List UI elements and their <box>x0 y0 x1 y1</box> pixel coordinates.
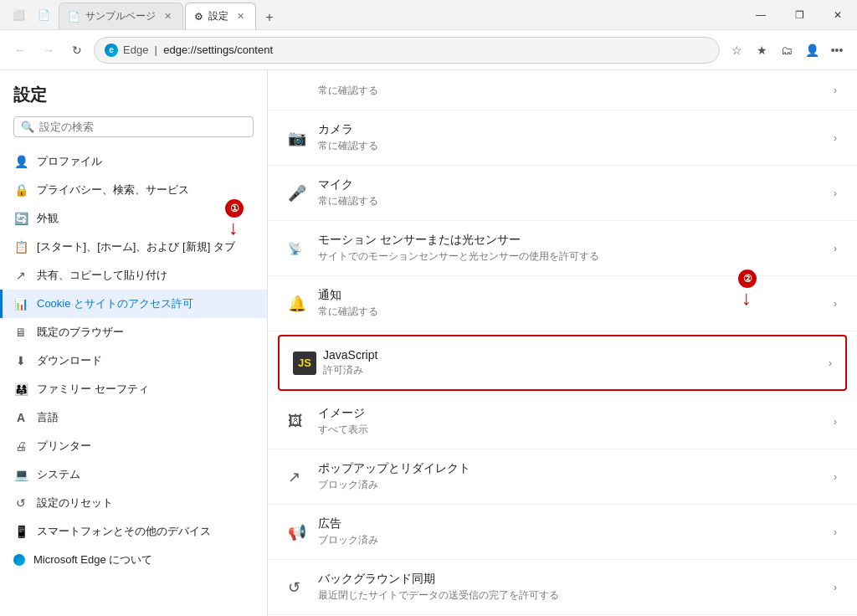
settings-item-motion-title: モーション センサーまたは光センサー <box>318 233 834 248</box>
settings-item-popups-text: ポップアップとリダイレクト ブロック済み <box>318 461 834 492</box>
sidebar-item-family[interactable]: 👨‍👩‍👧 ファミリー セーフティ <box>0 375 267 403</box>
printer-icon: 🖨 <box>13 439 28 453</box>
sidebar-item-about[interactable]: Microsoft Edge について <box>0 546 267 574</box>
popups-icon: ↗ <box>288 468 318 486</box>
settings-item-javascript-text: JavaScript 許可済み <box>323 348 829 377</box>
sidebar-item-label: プロファイル <box>37 154 102 169</box>
address-url: edge://settings/content <box>163 44 273 56</box>
sidebar-item-printer[interactable]: 🖨 プリンター <box>0 432 267 460</box>
settings-item-subtitle: 常に確認する <box>318 84 834 98</box>
search-icon: 🔍 <box>21 121 34 133</box>
sidebar-item-language[interactable]: A 言語 <box>0 403 267 432</box>
sidebar-item-profile[interactable]: 👤 プロファイル <box>0 147 267 176</box>
window-icon[interactable]: ⬜ <box>7 3 30 27</box>
sidebar-item-label: ダウンロード <box>37 353 102 368</box>
reload-button[interactable]: ↻ <box>65 38 89 62</box>
favorites-icon2[interactable]: ★ <box>750 38 773 62</box>
menu-icon[interactable]: ••• <box>825 38 849 62</box>
minimize-button[interactable]: — <box>742 0 780 30</box>
tabs-area: 📄 サンプルページ ✕ ⚙ 設定 ✕ + <box>55 0 742 29</box>
sidebar-item-mobile[interactable]: 📱 スマートフォンとその他のデバイス <box>0 517 267 546</box>
startup-icon: 📋 <box>13 240 28 254</box>
back-button[interactable]: ← <box>8 38 32 62</box>
images-icon: 🖼 <box>288 413 318 430</box>
chevron-right-icon: › <box>834 416 837 428</box>
settings-item-popups[interactable]: ↗ ポップアップとリダイレクト ブロック済み › <box>268 449 857 505</box>
titlebar-left: ⬜ 📄 <box>0 3 55 27</box>
sidebar-item-label: ファミリー セーフティ <box>37 382 149 397</box>
settings-item-camera[interactable]: 📷 カメラ 常に確認する › <box>268 110 857 166</box>
settings-item-bg-sync-text: バックグラウンド同期 最近閉じたサイトでデータの送受信の完了を許可する <box>318 572 834 603</box>
tab-sample-label: サンプルページ <box>85 9 156 23</box>
sidebar-item-privacy[interactable]: 🔒 プライバシー、検索、サービス <box>0 176 267 204</box>
settings-item-ads-title: 広告 <box>318 516 834 531</box>
sidebar-item-reset[interactable]: ↺ 設定のリセット <box>0 489 267 517</box>
notifications-icon: 🔔 <box>288 295 318 313</box>
camera-icon: 📷 <box>288 129 318 147</box>
settings-item-notifications-subtitle: 常に確認する <box>318 305 834 319</box>
mobile-icon: 📱 <box>13 525 28 538</box>
appearance-icon: 🔄 <box>13 212 28 225</box>
annotation-arrow-1: ↓ <box>228 216 239 239</box>
chevron-right-icon: › <box>834 243 837 254</box>
family-icon: 👨‍👩‍👧 <box>13 382 28 396</box>
tab-settings[interactable]: ⚙ 設定 ✕ <box>185 3 256 29</box>
settings-item-top[interactable]: 常に確認する › <box>268 70 857 110</box>
chevron-right-icon: › <box>834 526 837 538</box>
settings-item-images[interactable]: 🖼 イメージ すべて表示 › <box>268 394 857 449</box>
settings-item-mic-title: マイク <box>318 177 834 192</box>
tab-settings-icon: ⚙ <box>194 11 203 23</box>
downloads-icon: ⬇ <box>13 354 28 367</box>
sidebar-item-label: 言語 <box>37 410 59 425</box>
language-icon: A <box>13 411 28 424</box>
sidebar-item-label: [スタート]、[ホーム]、および [新規] タブ <box>37 239 235 254</box>
search-input[interactable] <box>39 121 246 133</box>
titlebar: ⬜ 📄 📄 サンプルページ ✕ ⚙ 設定 ✕ + — ❐ ✕ <box>0 0 857 30</box>
sidebar-item-startup[interactable]: 📋 [スタート]、[ホーム]、および [新規] タブ <box>0 233 267 261</box>
sidebar-item-label: プリンター <box>37 439 91 454</box>
file-icon: 📄 <box>32 3 55 27</box>
ads-icon: 📢 <box>288 523 318 542</box>
sidebar-item-default-browser[interactable]: 🖥 既定のブラウザー <box>0 318 267 346</box>
sidebar-item-system[interactable]: 💻 システム <box>0 460 267 489</box>
address-bar[interactable]: e Edge | edge://settings/content <box>94 37 720 64</box>
tab-settings-close[interactable]: ✕ <box>233 10 247 23</box>
content-area: 常に確認する › 📷 カメラ 常に確認する › 🎤 マイク 常に確認する <box>268 70 857 616</box>
settings-item-camera-subtitle: 常に確認する <box>318 139 834 153</box>
favorites-icon[interactable]: ☆ <box>725 38 748 62</box>
browser-icon: 🖥 <box>13 326 28 339</box>
edge-logo-icon: e <box>105 44 118 57</box>
annotation-arrow-2: ↓ <box>742 286 752 310</box>
sidebar-item-label: システム <box>37 467 80 482</box>
chevron-right-icon: › <box>834 132 837 144</box>
tab-sample-close[interactable]: ✕ <box>161 10 174 23</box>
settings-item-mic[interactable]: 🎤 マイク 常に確認する › <box>268 166 857 221</box>
edge-label: Edge <box>123 44 148 56</box>
new-tab-button[interactable]: + <box>258 6 281 29</box>
sidebar-item-label: 共有、コピーして貼り付け <box>37 268 167 283</box>
maximize-button[interactable]: ❐ <box>780 0 819 30</box>
settings-item-javascript[interactable]: JS JavaScript 許可済み › <box>278 335 847 391</box>
chevron-right-icon: › <box>834 582 837 593</box>
settings-item-motion-subtitle: サイトでのモーションセンサーと光センサーの使用を許可する <box>318 249 834 264</box>
sidebar-item-label: Microsoft Edge について <box>33 552 152 567</box>
collections-icon[interactable]: 🗂 <box>775 38 798 62</box>
share-icon: ↗ <box>13 269 28 282</box>
forward-button[interactable]: → <box>37 38 60 62</box>
close-button[interactable]: ✕ <box>819 0 857 30</box>
settings-item-motion[interactable]: 📡 モーション センサーまたは光センサー サイトでのモーションセンサーと光センサ… <box>268 221 857 276</box>
sidebar-item-cookies[interactable]: 📊 Cookie とサイトのアクセス許可 <box>0 290 267 318</box>
settings-item-bg-sync[interactable]: ↺ バックグラウンド同期 最近閉じたサイトでデータの送受信の完了を許可する › <box>268 560 857 615</box>
sidebar-item-appearance[interactable]: 🔄 外観 ① ↓ <box>0 204 267 233</box>
settings-item-javascript-subtitle: 許可済み <box>323 363 829 377</box>
sidebar-search[interactable]: 🔍 <box>13 116 254 137</box>
profile-icon[interactable]: 👤 <box>800 38 824 62</box>
settings-item-javascript-title: JavaScript <box>323 348 829 362</box>
sidebar-item-share[interactable]: ↗ 共有、コピーして貼り付け <box>0 261 267 290</box>
settings-item-bg-sync-subtitle: 最近閉じたサイトでデータの送受信の完了を許可する <box>318 588 834 603</box>
settings-item-ads[interactable]: 📢 広告 ブロック済み › <box>268 505 857 560</box>
sidebar-item-downloads[interactable]: ⬇ ダウンロード <box>0 346 267 375</box>
sidebar-item-label: プライバシー、検索、サービス <box>37 182 189 198</box>
tab-sample[interactable]: 📄 サンプルページ ✕ <box>59 3 183 29</box>
settings-item-notifications[interactable]: 🔔 通知 常に確認する › ② ↓ <box>268 276 857 331</box>
